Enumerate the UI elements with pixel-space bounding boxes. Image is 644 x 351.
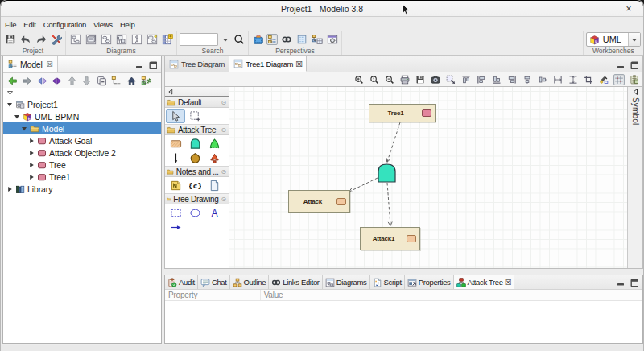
copy-element-button[interactable] [96, 75, 107, 86]
tab-tree-diagram[interactable]: Tree Diagram [165, 56, 229, 72]
tool-ellipse-button[interactable] [185, 206, 204, 220]
tab-diagrams[interactable]: Diagrams [323, 275, 370, 289]
maximize-button[interactable] [149, 61, 157, 69]
palette-section-notes-and-[interactable]: Notes and ...⊙ [165, 166, 229, 177]
tool-marquee-button[interactable] [185, 109, 204, 123]
tab-script[interactable]: Script [370, 275, 405, 289]
nav-back-button[interactable] [6, 75, 18, 86]
center-horizontal-button[interactable] [537, 74, 548, 85]
menu-edit[interactable]: Edit [23, 20, 35, 29]
tool-text-button[interactable]: A [204, 206, 224, 220]
menu-file[interactable]: File [5, 20, 16, 29]
tool-countermeasure-button[interactable] [185, 151, 204, 165]
maximize-button[interactable] [630, 279, 638, 287]
minimize-button[interactable] [617, 279, 625, 287]
tree-item-model[interactable]: Model [3, 122, 161, 134]
print-button[interactable] [399, 74, 411, 85]
collapse-arrow-icon[interactable] [28, 162, 35, 168]
tool-constraint-button[interactable]: {c} [185, 179, 204, 192]
same-width-button[interactable] [552, 74, 564, 85]
collapse-arrow-icon[interactable] [28, 150, 35, 156]
diagram-node-attack[interactable]: Attack [288, 190, 350, 213]
diagram-edge[interactable] [387, 183, 390, 225]
palette-pin-icon[interactable]: ⊙ [221, 126, 226, 134]
align-right-button[interactable] [506, 74, 518, 85]
diagram-usecase-button[interactable] [130, 33, 143, 47]
palette-pin-icon[interactable]: ⊙ [221, 168, 226, 176]
menu-help[interactable]: Help [120, 20, 135, 29]
tab-properties[interactable]: Properties [405, 275, 454, 289]
tree-item-attack-objective-2[interactable]: Attack Objective 2 [3, 147, 161, 159]
tab-close-icon[interactable]: ☒ [505, 278, 511, 287]
snapshot-button[interactable] [430, 74, 441, 85]
collapse-arrow-icon[interactable] [28, 174, 35, 180]
align-left-button[interactable] [476, 74, 487, 85]
palette-section-default[interactable]: Default⊙ [165, 97, 229, 108]
save-image-button[interactable] [415, 74, 426, 85]
align-top-button[interactable] [460, 74, 472, 85]
move-up-button[interactable] [66, 75, 77, 86]
tree-item-uml-bpmn[interactable]: UML-BPMN [3, 110, 161, 122]
undo-button[interactable] [19, 33, 32, 47]
save-button[interactable] [3, 33, 17, 47]
diagram-deployment-button[interactable] [84, 33, 97, 47]
tab-outline[interactable]: Outline [230, 275, 270, 289]
search-dropdown-button[interactable] [220, 33, 230, 46]
format-paint-button[interactable] [598, 74, 609, 85]
nav-jump-button[interactable] [52, 75, 63, 86]
nav-forward-button[interactable] [22, 75, 33, 86]
tab-attack-tree[interactable]: Attack Tree☒ [454, 275, 514, 289]
diagram-node-attack1[interactable]: Attack1 [360, 227, 420, 250]
tool-note-button[interactable] [166, 179, 185, 192]
tree-item-project1[interactable]: Project1 [3, 98, 161, 110]
and-gate-node[interactable] [378, 163, 396, 183]
palette-pin-icon[interactable]: ⊙ [221, 196, 226, 203]
palette-pin-icon[interactable]: ⊙ [221, 99, 226, 106]
align-bottom-button[interactable] [491, 74, 502, 85]
tab-links-editor[interactable]: Links Editor [269, 275, 322, 289]
palette-section-attack-tree[interactable]: Attack Tree⊙ [165, 124, 229, 135]
tool-rectangle-button[interactable] [166, 206, 185, 220]
symbol-sidebar-label[interactable]: Symbol [631, 97, 640, 126]
tool-and-gate-button[interactable] [185, 137, 204, 151]
diagram-class-button[interactable] [68, 33, 82, 47]
workbench-dropdown-button[interactable] [628, 33, 640, 46]
expand-arrow-icon[interactable] [6, 101, 13, 108]
tab-model-close-icon[interactable]: ☒ [47, 60, 52, 68]
zoom-area-button[interactable] [445, 74, 456, 85]
perspective-dev-button[interactable] [325, 33, 339, 47]
window-close-button[interactable]: × [623, 3, 634, 14]
sync-tree-button[interactable] [141, 75, 152, 86]
symbol-collapse-icon[interactable] [633, 89, 638, 95]
perspective-hierarchy-button[interactable] [310, 33, 324, 47]
search-button[interactable] [232, 33, 246, 47]
same-height-button[interactable] [568, 74, 579, 85]
home-button[interactable] [126, 75, 137, 86]
column-header-property[interactable]: Property [165, 290, 261, 300]
tree-item-attack-goal[interactable]: Attack Goal [3, 134, 161, 147]
perspective-model-button[interactable] [266, 34, 278, 45]
menu-configuration[interactable]: Configuration [43, 20, 86, 29]
perspective-project-button[interactable] [251, 33, 265, 47]
zoom-original-button[interactable] [369, 74, 380, 85]
search-input[interactable] [180, 33, 218, 46]
column-header-value[interactable]: Value [261, 290, 642, 300]
tab-model[interactable]: Model ☒ [3, 56, 58, 72]
grid-toggle-button[interactable] [613, 74, 625, 85]
perspective-diagram-button[interactable] [295, 33, 308, 47]
tool-select-button[interactable] [166, 109, 185, 123]
tab-tree1-diagram[interactable]: Tree1 Diagram☒ [229, 56, 307, 72]
zoom-in-button[interactable] [353, 74, 365, 85]
tree-mode-button[interactable] [111, 75, 122, 86]
tab-close-icon[interactable]: ☒ [295, 60, 302, 68]
diagram-state-button[interactable] [145, 33, 159, 47]
tool-document-button[interactable] [204, 179, 224, 192]
diagram-bpmn-button[interactable] [160, 33, 174, 47]
diagram-composite-button[interactable] [114, 33, 128, 47]
tab-chat[interactable]: Chat [198, 275, 230, 289]
diagram-edge[interactable] [387, 122, 400, 162]
minimize-button[interactable] [135, 61, 143, 69]
tree-item-tree1[interactable]: Tree1 [3, 171, 161, 183]
tool-transfer-button[interactable] [204, 151, 224, 165]
palette-section-free-drawing[interactable]: Free Drawing⊙ [165, 193, 229, 204]
